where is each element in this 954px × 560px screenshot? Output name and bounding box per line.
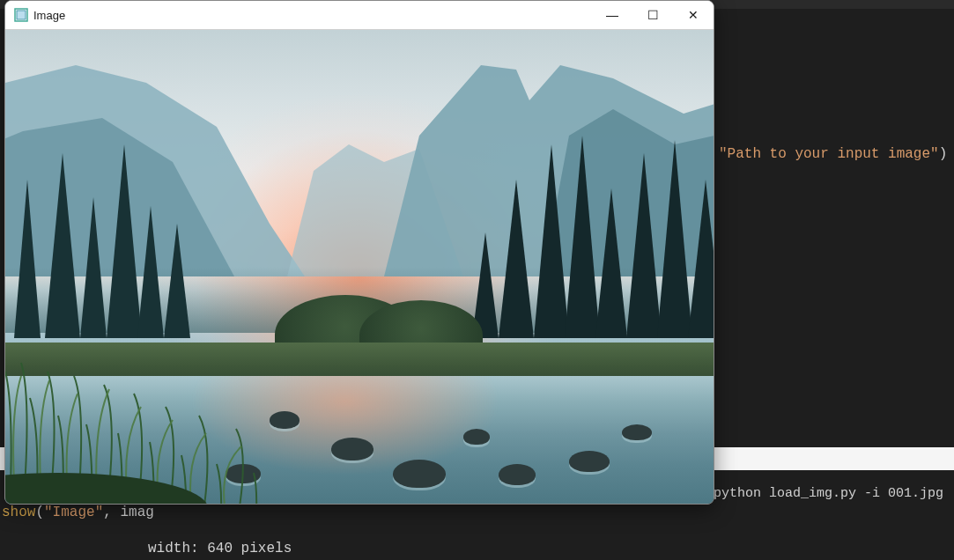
rock: [463, 429, 490, 445]
pines-right: [463, 127, 714, 338]
code-snippet-right: "Path to your input image"): [719, 146, 947, 162]
titlebar[interactable]: Image — ☐ ✕: [5, 1, 714, 30]
terminal-partial-call: show("Image", imag: [2, 505, 154, 520]
stdout-block: width: 640 pixels height: 427 pixels cha…: [148, 505, 308, 560]
terminal-command-right: python load_img.py -i 001.jpg: [714, 486, 943, 501]
maximize-button[interactable]: ☐: [632, 1, 673, 29]
close-icon: ✕: [688, 8, 699, 22]
code-string-literal: "Path to your input image": [719, 146, 939, 162]
stdout-line-width: width: 640 pixels: [148, 540, 308, 557]
window-controls: — ☐ ✕: [592, 1, 714, 29]
minimize-button[interactable]: —: [592, 1, 632, 29]
minimize-icon: —: [606, 8, 618, 22]
rock: [622, 424, 652, 440]
svg-rect-1: [17, 11, 26, 19]
rock: [499, 464, 536, 485]
app-icon: [14, 8, 28, 22]
image-canvas: [5, 30, 714, 504]
foreground-grass: [5, 345, 314, 504]
call-open: (: [35, 505, 44, 520]
code-close-paren: ): [939, 146, 948, 162]
close-button[interactable]: ✕: [673, 1, 714, 29]
maximize-icon: ☐: [647, 8, 659, 22]
rock: [569, 451, 610, 472]
rock: [331, 438, 373, 461]
rock: [393, 460, 446, 488]
call-sep: ,: [103, 505, 120, 520]
call-fn: show: [2, 505, 35, 520]
call-arg1: "Image": [44, 505, 103, 520]
svg-point-2: [5, 473, 208, 504]
image-viewer-window: Image — ☐ ✕: [4, 0, 714, 505]
window-title: Image: [33, 9, 65, 22]
terminal-command-text: python load_img.py -i 001.jpg: [714, 486, 943, 501]
pines-left: [5, 127, 208, 338]
landscape-painting: [5, 30, 714, 504]
